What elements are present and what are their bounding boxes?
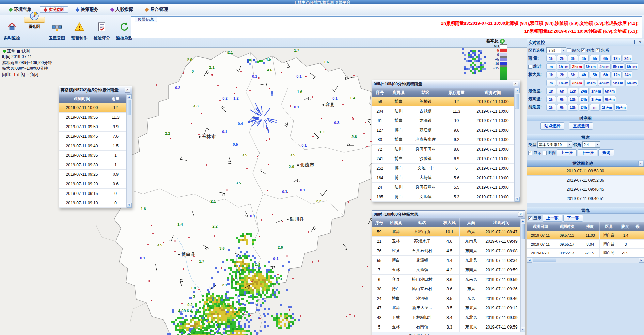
table-row[interactable]: 48玉林玉林站旧址3.4东北风2019-07-11 09:09 xyxy=(372,313,520,322)
range-button-1h[interactable]: 1h xyxy=(546,104,556,111)
close-icon[interactable]: × xyxy=(513,82,518,86)
range-button-6h+m[interactable]: 6h+m xyxy=(625,63,638,70)
menu-item-2[interactable]: 决策服务 xyxy=(72,5,103,14)
table-row[interactable]: 185博白文地镇5.32019-07-11 10:00 xyxy=(372,192,514,202)
table-row[interactable]: 7玉林卖酒镇4.2东南风2019-07-11 09:59 xyxy=(372,265,520,275)
table-row[interactable]: 2019-07-1109:55:17-8.04博白县-3 xyxy=(527,240,644,249)
range-button-3h[interactable]: 3h xyxy=(568,71,578,78)
table-row[interactable]: 2019-07-1109:55:17-21.5博白县-9.5 xyxy=(527,249,644,257)
radar-image-item-2[interactable]: 2019-07-11 09:46:45 xyxy=(527,185,644,194)
range-button-24h[interactable]: 24h xyxy=(579,96,589,102)
table-row[interactable]: 80博白老虎头水库9.22019-07-11 10:00 xyxy=(372,135,514,145)
range-button-6h+m[interactable]: 6h+m xyxy=(603,88,616,94)
scroll-thumb[interactable] xyxy=(515,94,519,109)
range-button-4h[interactable]: 4h xyxy=(579,55,589,62)
range-button-6h[interactable]: 6h xyxy=(557,88,567,94)
table-row[interactable]: 76容县石头石剑村4.5东南风2019-07-11 08:08 xyxy=(372,246,520,256)
range-button-1h+m[interactable]: 1h+m xyxy=(601,104,613,111)
close-icon[interactable]: × xyxy=(125,88,130,93)
range-button-2h[interactable]: 2h xyxy=(557,71,567,78)
radar-image-item-0[interactable]: 2019-07-11 09:58:30 xyxy=(527,167,644,176)
table-row[interactable]: 2019-07-11 09:301 xyxy=(59,160,126,170)
alert-tab[interactable]: 预警信息 xyxy=(135,16,157,22)
radar-prev-button[interactable]: 上一张 xyxy=(557,149,577,156)
table-row[interactable]: 2019-07-11 09:401.5 xyxy=(59,141,126,151)
range-button-4h[interactable]: 4h xyxy=(579,71,589,78)
range-button-1h[interactable]: 1h xyxy=(546,71,556,78)
table-row[interactable]: 2019-07-11 09:250.9 xyxy=(59,170,126,179)
table-row[interactable]: 38博白凤山立石村3.6东风2019-07-11 09:26 xyxy=(372,284,520,294)
range-button-6h[interactable]: 6h xyxy=(557,104,567,111)
timeseries-button-0[interactable]: 站点选择 xyxy=(540,122,564,130)
range-button-6h+m[interactable]: 6h+m xyxy=(603,96,616,102)
table-row[interactable]: 2019-07-11 10:0012 xyxy=(59,103,126,113)
range-button-m[interactable]: m xyxy=(546,63,556,70)
timeseries-button-1[interactable]: 直接查询 xyxy=(569,122,593,130)
radar-next-button[interactable]: 下一张 xyxy=(578,149,597,156)
scroll-thumb[interactable] xyxy=(533,258,556,262)
table-row[interactable]: 241博白沙陂镇6.92019-07-11 10:00 xyxy=(372,154,514,164)
lightning-next-button[interactable]: 下一张 xyxy=(563,215,583,222)
range-button-24h[interactable]: 24h xyxy=(579,88,589,94)
table-row[interactable]: 47北流新丰大罗...3.5东北风2019-07-11 09:12 xyxy=(372,303,520,313)
scroll-up-icon[interactable]: ▲ xyxy=(638,161,643,166)
scroll-up-icon[interactable]: ▲ xyxy=(521,218,525,223)
wind-list-scrollbar[interactable]: ▲ ▼ xyxy=(520,218,525,332)
rain-list-window-titlebar[interactable]: 08时~10时00分钟累积雨量 × xyxy=(372,80,520,88)
station-rain-window-titlebar[interactable]: 英桥镇(N5702)逐5分钟累计雨量 × xyxy=(59,86,132,94)
scroll-down-icon[interactable]: ▼ xyxy=(515,197,520,202)
range-button-5h[interactable]: 5h xyxy=(590,55,600,62)
stats-checkbox[interactable]: 统计 xyxy=(528,64,545,69)
toolbar-button-2[interactable]: 卫星云图 xyxy=(46,17,67,46)
range-button-4h+m[interactable]: 4h+m xyxy=(598,63,611,70)
station-rain-scrollbar[interactable]: ▲ ▼ xyxy=(126,94,132,208)
table-row[interactable]: 5玉林石南镇3.3东北风2019-07-11 09:59 xyxy=(372,322,520,332)
radar-elev-select[interactable]: 2.4▼ xyxy=(582,141,600,148)
range-button-24h[interactable]: 24h xyxy=(623,71,632,78)
range-button-6h[interactable]: 6h xyxy=(601,55,611,62)
range-button-1h[interactable]: 1h xyxy=(546,96,556,102)
range-button-2h[interactable]: 2h xyxy=(557,55,567,62)
range-button-24h[interactable]: 24h xyxy=(623,55,632,62)
range-button-m[interactable]: m xyxy=(590,104,600,111)
table-row[interactable]: 2019-07-11 09:509.9 xyxy=(59,122,126,132)
scroll-thumb[interactable] xyxy=(521,224,525,239)
toolbar-button-1[interactable]: 雷达图 xyxy=(24,17,45,23)
scroll-up-icon[interactable]: ▲ xyxy=(127,94,132,99)
range-button-1h+m[interactable]: 1h+m xyxy=(590,96,602,102)
radar-show-checkbox[interactable]: 显示 xyxy=(528,150,541,156)
close-icon[interactable]: × xyxy=(518,212,523,217)
range-button-1h+m[interactable]: 1h+m xyxy=(557,63,570,70)
range-button-2h+m[interactable]: 2h+m xyxy=(571,80,583,86)
range-button-3h+m[interactable]: 3h+m xyxy=(584,80,597,86)
table-row[interactable]: 61博白龙潭镇102019-07-11 10:00 xyxy=(372,116,514,125)
rain-list-scrollbar[interactable]: ▲ ▼ xyxy=(514,88,520,202)
pin-icon[interactable] xyxy=(633,40,637,45)
range-button-1h+m[interactable]: 1h+m xyxy=(590,88,602,94)
lightning-prev-button[interactable]: 上一张 xyxy=(543,215,562,222)
scroll-thumb[interactable] xyxy=(127,100,131,115)
radar-type-select[interactable]: 基本反射率19▼ xyxy=(537,141,572,148)
menu-item-1[interactable]: 实况监测 xyxy=(40,6,68,13)
table-row[interactable]: 164博白大垌镇5.62019-07-11 10:00 xyxy=(372,173,514,183)
table-row[interactable]: 2019-07-11 09:457.6 xyxy=(59,132,126,141)
table-row[interactable]: 24博白沙河镇3.5东风2019-07-11 09:46 xyxy=(372,294,520,303)
layer-checkbox-0[interactable]: 站名 xyxy=(567,48,580,53)
range-button-6h+m[interactable]: 6h+m xyxy=(625,80,638,86)
table-row[interactable]: 252博白文地一中62019-07-11 10:00 xyxy=(372,164,514,173)
layer-checkbox-1[interactable]: 列表 xyxy=(581,48,595,53)
range-button-6h+m[interactable]: 6h+m xyxy=(614,104,627,111)
close-icon[interactable]: × xyxy=(638,40,642,45)
scroll-left-icon[interactable]: ◄ xyxy=(527,258,532,263)
table-row[interactable]: 2019-07-11 09:150 xyxy=(59,189,126,198)
legend-add-button[interactable]: + xyxy=(500,39,505,44)
lightning-hscrollbar[interactable]: ◄ ► xyxy=(527,257,644,263)
scroll-up-icon[interactable]: ▲ xyxy=(515,88,520,93)
table-row[interactable]: 21玉林苏烟水库4.6东南风2019-07-11 09:49 xyxy=(372,237,520,246)
range-button-12h[interactable]: 12h xyxy=(568,96,578,102)
range-button-m[interactable]: m xyxy=(546,80,556,86)
range-button-5h[interactable]: 5h xyxy=(590,71,600,78)
range-button-5h+m[interactable]: 5h+m xyxy=(612,63,624,70)
range-button-6h[interactable]: 6h xyxy=(557,96,567,102)
table-row[interactable]: 58博白英桥镇122019-07-11 10:00 xyxy=(372,97,514,106)
